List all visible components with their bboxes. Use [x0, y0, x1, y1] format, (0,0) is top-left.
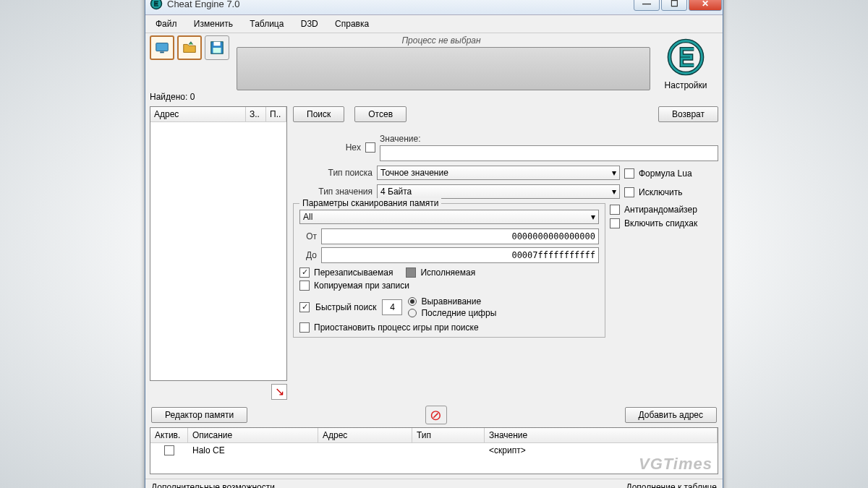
- speedhack-label: Включить спидхак: [624, 218, 697, 228]
- results-list[interactable]: Адрес З.. П..: [150, 106, 287, 381]
- row-addr: [318, 443, 412, 458]
- table-row[interactable]: Halo CE <скрипт>: [150, 443, 718, 458]
- svg-rect-1: [156, 43, 169, 51]
- pause-checkbox[interactable]: [299, 322, 310, 333]
- last-digits-label: Последние цифры: [421, 308, 496, 318]
- cow-checkbox[interactable]: [299, 281, 310, 291]
- svg-rect-2: [160, 51, 164, 53]
- memory-editor-button[interactable]: Редактор памяти: [151, 407, 247, 423]
- scan-params-legend: Параметры сканирования памяти: [299, 198, 441, 208]
- alignment-input[interactable]: [382, 299, 402, 315]
- value-input[interactable]: [380, 145, 718, 161]
- from-label: От: [299, 231, 317, 241]
- menu-edit[interactable]: Изменить: [187, 17, 240, 31]
- app-window: VGTimes Cheat Engine 7.0 — ☐ ✕ Файл Изме…: [145, 0, 723, 488]
- alignment-radio[interactable]: [408, 297, 417, 306]
- col-value[interactable]: Значение: [485, 428, 718, 442]
- col-type[interactable]: Тип: [412, 428, 485, 442]
- lua-checkbox[interactable]: [624, 168, 634, 179]
- first-scan-button[interactable]: Поиск: [293, 106, 344, 122]
- col-desc[interactable]: Описание: [188, 428, 318, 442]
- app-icon: [150, 0, 163, 10]
- open-button[interactable]: [177, 35, 202, 60]
- add-address-button[interactable]: Добавить адрес: [625, 407, 717, 423]
- alignment-label: Выравнивание: [421, 296, 481, 307]
- col-prev[interactable]: П..: [266, 107, 286, 121]
- executable-label: Исполняемая: [420, 267, 475, 278]
- close-button[interactable]: ✕: [689, 0, 722, 11]
- save-button[interactable]: [205, 35, 229, 60]
- writable-label: Перезаписываемая: [314, 267, 393, 278]
- no-entry-icon[interactable]: ⊘: [425, 406, 447, 424]
- progress-bar: [237, 47, 650, 90]
- hex-checkbox[interactable]: [365, 142, 375, 153]
- scan-type-select[interactable]: Точное значение▾: [377, 166, 620, 180]
- status-right[interactable]: Дополнение к таблице: [626, 482, 717, 489]
- to-input[interactable]: [321, 247, 599, 263]
- chevron-down-icon: ▾: [591, 212, 595, 222]
- window-title: Cheat Engine 7.0: [167, 0, 633, 9]
- chevron-down-icon: ▾: [612, 187, 616, 197]
- process-status: Процесс не выбран: [232, 35, 650, 47]
- fast-scan-label: Быстрый поиск: [315, 302, 376, 312]
- col-value[interactable]: З..: [246, 107, 266, 121]
- add-to-table-button[interactable]: ↘: [271, 384, 287, 400]
- found-count: 0: [190, 92, 195, 102]
- value-type-label: Тип значения: [293, 187, 373, 197]
- row-desc: Halo CE: [188, 443, 318, 458]
- minimize-button[interactable]: —: [634, 0, 660, 11]
- address-table[interactable]: Актив. Описание Адрес Тип Значение Halo …: [150, 427, 718, 474]
- maximize-button[interactable]: ☐: [661, 0, 687, 11]
- found-row: Найдено: 0: [145, 90, 723, 103]
- writable-checkbox[interactable]: ✓: [299, 267, 310, 278]
- col-address[interactable]: Адрес: [150, 107, 246, 121]
- scan-params-fieldset: Параметры сканирования памяти All▾ От До…: [293, 203, 605, 338]
- menubar: Файл Изменить Таблица D3D Справка: [145, 15, 723, 33]
- row-value: <скрипт>: [485, 443, 718, 458]
- lua-label: Формула Lua: [639, 168, 692, 179]
- from-input[interactable]: [321, 228, 599, 244]
- value-label: Значение:: [380, 134, 718, 144]
- menu-help[interactable]: Справка: [328, 17, 376, 31]
- to-label: До: [299, 250, 317, 260]
- svg-rect-5: [213, 48, 221, 53]
- col-addr[interactable]: Адрес: [318, 428, 412, 442]
- menu-table[interactable]: Таблица: [242, 17, 291, 31]
- last-digits-radio[interactable]: [408, 309, 417, 317]
- row-type: [412, 443, 485, 458]
- cow-label: Копируемая при записи: [314, 281, 409, 291]
- app-logo[interactable]: [664, 35, 707, 79]
- next-scan-button[interactable]: Отсев: [354, 106, 407, 122]
- pause-label: Приостановить процесс игры при поиске: [314, 322, 479, 333]
- found-label: Найдено:: [150, 92, 187, 102]
- exclude-label: Исключить: [639, 187, 682, 197]
- status-left[interactable]: Дополнительные возможности: [151, 482, 275, 489]
- menu-file[interactable]: Файл: [148, 17, 184, 31]
- titlebar: Cheat Engine 7.0 — ☐ ✕: [145, 0, 723, 15]
- hex-label: Hex: [293, 142, 361, 153]
- value-type-select[interactable]: 4 Байта▾: [377, 184, 620, 199]
- speedhack-checkbox[interactable]: [610, 218, 620, 228]
- region-select[interactable]: All▾: [299, 210, 599, 224]
- executable-checkbox[interactable]: [406, 267, 416, 278]
- svg-rect-4: [213, 41, 220, 46]
- exclude-checkbox[interactable]: [624, 187, 634, 197]
- settings-link[interactable]: Настройки: [665, 80, 707, 90]
- menu-d3d[interactable]: D3D: [294, 17, 326, 31]
- status-bar: Дополнительные возможности Дополнение к …: [145, 479, 723, 489]
- col-active[interactable]: Актив.: [150, 428, 188, 442]
- fast-scan-checkbox[interactable]: ✓: [299, 302, 310, 312]
- undo-scan-button[interactable]: Возврат: [658, 106, 718, 122]
- antirand-label: Антирандомайзер: [624, 205, 697, 215]
- antirand-checkbox[interactable]: [610, 205, 620, 215]
- scan-type-label: Тип поиска: [293, 168, 373, 178]
- row-active-checkbox[interactable]: [164, 445, 174, 455]
- chevron-down-icon: ▾: [612, 168, 616, 178]
- select-process-button[interactable]: [150, 35, 174, 60]
